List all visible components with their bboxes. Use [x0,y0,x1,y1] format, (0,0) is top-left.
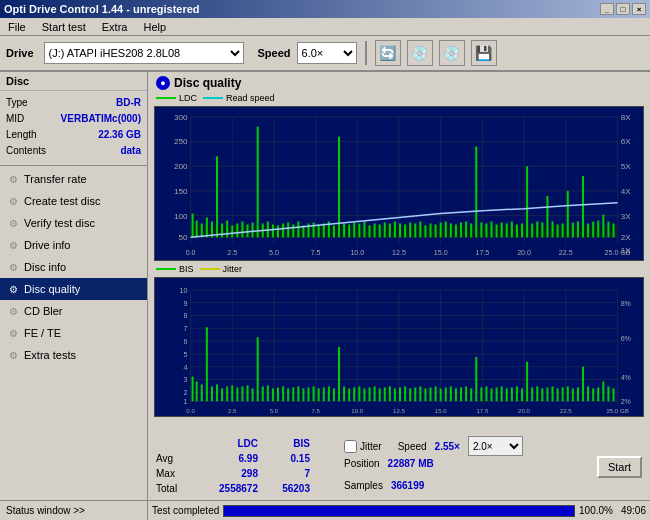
svg-rect-71 [333,225,335,237]
svg-rect-238 [516,386,518,401]
speed-label: Speed [258,47,291,59]
transfer-rate-icon: ⚙ [6,172,20,186]
readspeed-color [203,97,223,99]
svg-rect-216 [404,386,406,401]
menu-extra[interactable]: Extra [98,20,132,34]
svg-rect-67 [313,222,315,237]
jitter-checkbox-area[interactable]: Jitter [344,439,382,454]
sidebar-item-disc-info[interactable]: ⚙ Disc info [0,256,147,278]
progress-pct: 100.0% [579,505,613,516]
svg-rect-110 [531,223,533,237]
legend-bis-label: BIS [179,264,194,274]
svg-rect-181 [226,386,228,401]
maximize-button[interactable]: □ [616,3,630,15]
svg-rect-115 [557,224,559,237]
jitter-checkbox[interactable] [344,440,357,453]
menu-help[interactable]: Help [139,20,170,34]
svg-rect-92 [440,222,442,237]
statusbar: Status window >> Test completed 100.0% 4… [0,500,650,520]
svg-rect-107 [516,224,518,237]
svg-text:8X: 8X [621,113,632,122]
sidebar-item-fe-te[interactable]: ⚙ FE / TE [0,322,147,344]
svg-rect-176 [201,384,203,401]
sidebar-item-drive-info[interactable]: ⚙ Drive info [0,234,147,256]
jitter-label: Jitter [360,439,382,454]
svg-rect-104 [501,222,503,237]
svg-rect-95 [455,224,457,237]
svg-rect-254 [597,387,599,401]
svg-rect-101 [485,223,487,237]
svg-text:10.0: 10.0 [351,408,364,414]
position-label: Position [344,456,380,478]
disc-mid-row: MID VERBATIMc(000) [6,111,141,127]
svg-rect-246 [557,388,559,401]
position-value: 22887 MB [388,456,434,478]
menu-starttest[interactable]: Start test [38,20,90,34]
legend-ldc: LDC [156,93,197,103]
svg-rect-118 [572,222,574,237]
svg-rect-198 [313,386,315,401]
refresh-button[interactable]: 🔄 [375,40,401,66]
status-left[interactable]: Status window >> [0,501,148,520]
svg-rect-243 [541,388,543,401]
titlebar-controls[interactable]: _ □ × [600,3,646,15]
status-time: 49:06 [621,505,646,516]
sidebar-item-extra-tests[interactable]: ⚙ Extra tests [0,344,147,366]
sidebar-item-transfer-rate[interactable]: ⚙ Transfer rate [0,168,147,190]
jitter-speed-row: Jitter Speed 2.55× 2.0× [344,436,642,456]
sidebar-item-label-fe-te: FE / TE [24,327,61,339]
sidebar-item-label-verify-test-disc: Verify test disc [24,217,95,229]
svg-rect-81 [384,222,386,237]
svg-rect-106 [511,222,513,238]
svg-rect-213 [389,386,391,401]
svg-rect-72 [338,137,340,238]
stats-col-bis-header: BIS [260,436,310,451]
svg-rect-251 [582,367,584,402]
svg-text:4%: 4% [621,374,631,381]
svg-rect-61 [282,223,284,237]
disc-section-header: Disc [0,72,147,91]
svg-rect-91 [435,224,437,237]
svg-rect-214 [394,388,396,401]
sidebar-item-disc-quality[interactable]: ⚙ Disc quality [0,278,147,300]
start-button[interactable]: Start [597,456,642,478]
disc-length-row: Length 22.36 GB [6,127,141,143]
svg-rect-46 [206,218,208,238]
svg-text:2.5: 2.5 [227,249,237,256]
svg-rect-201 [328,386,330,401]
sidebar-item-cd-bler[interactable]: ⚙ CD Bler [0,300,147,322]
drive-select[interactable]: (J:) ATAPI iHES208 2.8L08 [44,42,244,64]
chart-area: ● Disc quality LDC Read speed [148,72,650,500]
svg-rect-182 [231,385,233,401]
menu-file[interactable]: File [4,20,30,34]
stats-avg-row: Avg 6.99 0.15 [156,451,336,466]
disc2-button[interactable]: 💿 [439,40,465,66]
titlebar: Opti Drive Control 1.44 - unregistered _… [0,0,650,18]
svg-rect-222 [435,386,437,401]
svg-rect-98 [470,223,472,237]
extra-tests-icon: ⚙ [6,348,20,362]
sidebar-item-verify-test-disc[interactable]: ⚙ Verify test disc [0,212,147,234]
speed-select-bottom[interactable]: 2.0× [468,436,523,456]
svg-rect-84 [399,223,401,237]
svg-rect-206 [353,387,355,401]
close-button[interactable]: × [632,3,646,15]
samples-label: Samples [344,478,383,493]
svg-text:6: 6 [184,338,188,345]
svg-rect-62 [287,222,289,237]
disc1-button[interactable]: 💿 [407,40,433,66]
svg-rect-248 [567,386,569,401]
stats-avg-label: Avg [156,451,196,466]
speed-select[interactable]: 6.0× [297,42,357,64]
svg-rect-44 [196,221,198,238]
save-button[interactable]: 💾 [471,40,497,66]
status-window-button[interactable]: Status window >> [6,505,85,516]
minimize-button[interactable]: _ [600,3,614,15]
svg-rect-197 [308,387,310,401]
svg-text:17.5: 17.5 [476,408,489,414]
sidebar-item-create-test-disc[interactable]: ⚙ Create test disc [0,190,147,212]
svg-rect-56 [257,127,259,238]
svg-text:0.0: 0.0 [186,408,195,414]
svg-rect-48 [216,156,218,237]
svg-rect-247 [562,387,564,401]
